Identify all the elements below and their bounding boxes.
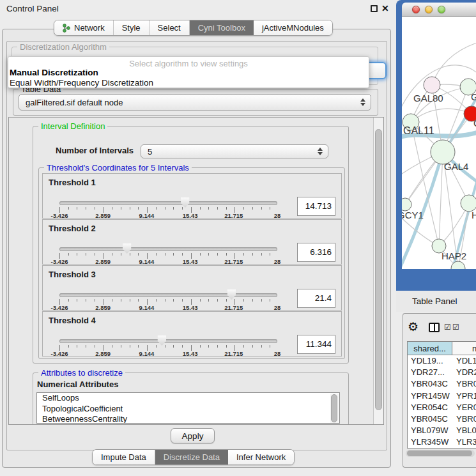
network-tree-icon — [63, 24, 70, 33]
cyni-bottom-tabbar: Impute Data Discretize Data Infer Networ… — [92, 449, 295, 465]
table-header-row: shared... n — [408, 342, 476, 355]
node-gal80[interactable] — [424, 77, 440, 93]
table-row[interactable]: YBR045CYBR0 — [408, 413, 476, 425]
table-row[interactable]: YBL079WYBL0 — [408, 425, 476, 436]
tab-discretize-data[interactable]: Discretize Data — [155, 450, 228, 464]
list-scrollbar[interactable] — [330, 394, 339, 423]
threshold-3-value-field[interactable]: 21.4 — [297, 289, 335, 308]
table-row[interactable]: YDL19...YDL1 — [408, 355, 476, 367]
interval-definition-title: Interval Definition — [38, 121, 107, 131]
slider-scale-labels: -3.426 2.859 9.144 15.43 21.715 28 — [59, 212, 277, 219]
column-header-name[interactable]: n — [452, 342, 476, 355]
list-scrollbar-thumb[interactable] — [331, 394, 337, 422]
threshold-2-value-field[interactable]: 6.316 — [297, 243, 335, 262]
table-panel-titlebar: Table Panel — [396, 291, 476, 312]
list-item[interactable]: TopologicalCoefficient — [37, 404, 339, 415]
control-panel-tabbar: Network Style Select Cyni Toolbox jActiv… — [54, 20, 333, 36]
node-gcy1[interactable] — [402, 198, 411, 211]
tab-style[interactable]: Style — [114, 20, 150, 35]
tab-network-label: Network — [74, 23, 105, 33]
table-horizontal-scrollbar[interactable] — [406, 450, 475, 457]
threshold-4-value-field[interactable]: 11.344 — [297, 335, 335, 354]
threshold-3-panel: Threshold 3 -3.426 2.859 9.144 15.43 21.… — [42, 265, 342, 311]
control-panel-titlebar: Control Panel ✕ — [0, 0, 396, 17]
thresholds-group: Threshold's Coordinates for 5 Intervals … — [38, 167, 345, 359]
settings-scrollbar[interactable] — [373, 118, 383, 424]
node-label: GAL11 — [403, 125, 434, 136]
mac-minimize-icon[interactable] — [425, 6, 433, 13]
node-label: HAP2 — [441, 250, 466, 261]
checkbox-icon[interactable]: ☑ — [444, 323, 451, 332]
slider-scale-labels: -3.426 2.859 9.144 15.43 21.715 28 — [59, 350, 277, 357]
checkbox-icon[interactable]: ☑ — [452, 323, 459, 332]
threshold-1-value-field[interactable]: 14.713 — [297, 197, 335, 216]
interval-definition-group: Interval Definition Number of Intervals … — [33, 126, 349, 364]
discretization-algorithm-group-title: Discretization Algorithm — [17, 42, 109, 52]
list-item[interactable]: SelfLoops — [37, 393, 339, 404]
node-label: GAL80 — [413, 93, 443, 104]
table-row[interactable]: YDR27...YDR2 — [408, 367, 476, 378]
node-attribute-table[interactable]: shared... n YDL19...YDL1 YDR27...YDR2 YB… — [407, 341, 476, 449]
table-row[interactable]: YIL052CYIL0 — [408, 449, 476, 449]
node-label: GA — [471, 91, 476, 102]
float-window-icon[interactable] — [371, 5, 378, 12]
table-panel-title: Table Panel — [412, 296, 457, 306]
tab-select[interactable]: Select — [150, 20, 190, 35]
close-icon[interactable]: ✕ — [381, 3, 389, 13]
node-label: GAL4 — [444, 161, 468, 172]
algorithm-option-manual[interactable]: Manual Discretization — [10, 68, 98, 77]
thresholds-group-title: Threshold's Coordinates for 5 Intervals — [44, 163, 192, 173]
threshold-4-panel: Threshold 4 -3.426 2.859 9.144 15.43 21.… — [42, 311, 342, 357]
screen: Control Panel ✕ Network Style Select Cyn… — [0, 0, 476, 476]
numerical-attributes-label: Numerical Attributes — [37, 380, 118, 389]
column-header-shared-name[interactable]: shared... — [408, 342, 452, 355]
network-view-window: GAL80 GA C GAL11 GAL4 GCY1 H HAP2 — [396, 0, 476, 291]
combo-stepper-icon — [360, 98, 365, 106]
tab-cyni-toolbox[interactable]: Cyni Toolbox — [190, 20, 254, 35]
settings-scrollbar-thumb[interactable] — [375, 129, 382, 410]
network-canvas[interactable]: GAL80 GA C GAL11 GAL4 GCY1 H HAP2 — [402, 17, 476, 269]
list-item[interactable]: BetweennessCentrality — [37, 414, 339, 424]
attributes-group: Attributes to discretize Numerical Attri… — [33, 372, 349, 425]
mac-zoom-icon[interactable] — [438, 6, 445, 13]
table-data-selected-value: galFiltered.sif default node — [26, 98, 123, 107]
number-of-intervals-combobox[interactable]: 5 — [141, 144, 328, 158]
table-data-group: Table Data galFiltered.sif default node — [13, 89, 378, 116]
tab-infer-network[interactable]: Infer Network — [228, 450, 294, 464]
number-of-intervals-value: 5 — [148, 147, 152, 157]
table-horizontal-scrollbar-thumb[interactable] — [407, 450, 472, 456]
apply-button[interactable]: Apply — [171, 428, 215, 443]
table-row[interactable]: YBR043CYBR0 — [408, 378, 476, 390]
tab-jactivemnodules[interactable]: jActiveMNodules — [254, 20, 332, 35]
network-graph: GAL80 GA C GAL11 GAL4 GCY1 H HAP2 — [402, 17, 476, 269]
threshold-2-panel: Threshold 2 -3.426 2.859 9.144 15.43 21.… — [42, 219, 342, 265]
numerical-attributes-list[interactable]: SelfLoops TopologicalCoefficient Between… — [36, 392, 340, 424]
table-row[interactable]: YLR345WYLR3 — [408, 436, 476, 448]
combo-stepper-icon — [318, 148, 323, 155]
algorithm-option-equal-width[interactable]: Equal Width/Frequency Discretization — [10, 78, 153, 88]
table-panel: ⚙ ☑ ☑ shared... n YDL19...YDL1 YDR27...Y… — [403, 313, 476, 468]
slider-scale-labels: -3.426 2.859 9.144 15.43 21.715 28 — [59, 258, 277, 265]
table-row[interactable]: YER054CYER0 — [408, 402, 476, 413]
algorithm-dropdown-popup: Select algorithm to view settings Manual… — [8, 56, 369, 88]
node-label: H — [472, 210, 476, 220]
node-label: C — [473, 118, 476, 128]
tab-network[interactable]: Network — [54, 20, 114, 35]
number-of-intervals-label: Number of Intervals — [56, 146, 134, 155]
attributes-group-title: Attributes to discretize — [38, 368, 125, 378]
tab-impute-data[interactable]: Impute Data — [93, 450, 155, 464]
gear-icon[interactable]: ⚙ — [408, 321, 418, 333]
table-row[interactable]: YPR145WYPR1 — [408, 390, 476, 402]
threshold-1-panel: Threshold 1 -3.426 2.859 9.144 15.43 21.… — [42, 173, 342, 219]
slider-scale-labels: -3.426 2.859 9.144 15.43 21.715 28 — [59, 304, 277, 311]
algorithm-popup-hint: Select algorithm to view settings — [8, 59, 369, 68]
node-label: GCY1 — [402, 210, 424, 220]
network-window-titlebar[interactable] — [402, 3, 476, 17]
mac-close-icon[interactable] — [412, 6, 420, 13]
table-data-combobox[interactable]: galFiltered.sif default node — [19, 94, 371, 111]
split-columns-icon[interactable] — [429, 323, 440, 332]
panel-title: Control Panel — [6, 4, 59, 13]
settings-scroll-area: Interval Definition Number of Intervals … — [8, 117, 384, 425]
